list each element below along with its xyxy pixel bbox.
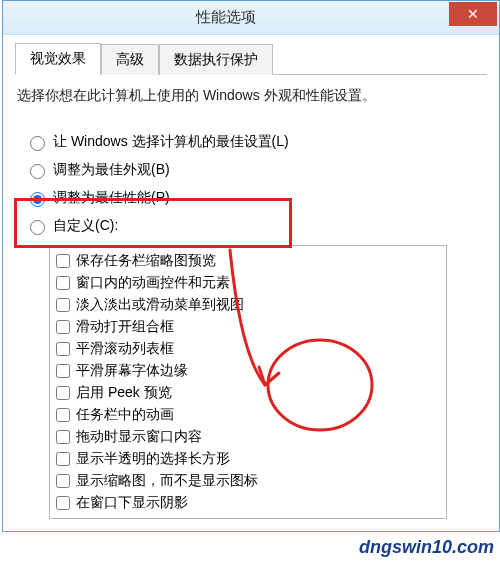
window-title: 性能选项 (3, 8, 449, 27)
checkbox[interactable] (56, 320, 70, 334)
titlebar: 性能选项 ✕ (3, 1, 499, 35)
checkbox[interactable] (56, 430, 70, 444)
check-label: 显示缩略图，而不是显示图标 (76, 472, 258, 490)
radio-label: 让 Windows 选择计算机的最佳设置(L) (53, 133, 289, 151)
list-item[interactable]: 拖动时显示窗口内容 (56, 426, 440, 448)
tab-strip: 视觉效果 高级 数据执行保护 (15, 43, 487, 75)
radio-best-appearance[interactable]: 调整为最佳外观(B) (25, 161, 487, 179)
checkbox[interactable] (56, 364, 70, 378)
radio-label: 调整为最佳性能(P) (53, 189, 170, 207)
watermark-text: dngswin10.com (359, 537, 494, 558)
checkbox[interactable] (56, 386, 70, 400)
list-item[interactable]: 淡入淡出或滑动菜单到视图 (56, 294, 440, 316)
check-label: 滑动打开组合框 (76, 318, 174, 336)
tab-dep[interactable]: 数据执行保护 (159, 44, 273, 75)
list-item[interactable]: 窗口内的动画控件和元素 (56, 272, 440, 294)
check-label: 平滑屏幕字体边缘 (76, 362, 188, 380)
check-label: 拖动时显示窗口内容 (76, 428, 202, 446)
check-label: 任务栏中的动画 (76, 406, 174, 424)
checkbox[interactable] (56, 408, 70, 422)
check-label: 保存任务栏缩略图预览 (76, 252, 216, 270)
performance-options-window: 性能选项 ✕ 视觉效果 高级 数据执行保护 选择你想在此计算机上使用的 Wind… (2, 0, 500, 532)
effects-listbox[interactable]: 保存任务栏缩略图预览 窗口内的动画控件和元素 淡入淡出或滑动菜单到视图 滑动打开… (49, 245, 447, 519)
radio-best-performance[interactable]: 调整为最佳性能(P) (25, 189, 487, 207)
check-label: 启用 Peek 预览 (76, 384, 172, 402)
list-item[interactable]: 平滑屏幕字体边缘 (56, 360, 440, 382)
radio-input-custom[interactable] (30, 220, 45, 235)
radio-input-let-windows[interactable] (30, 136, 45, 151)
checkbox[interactable] (56, 452, 70, 466)
radio-group: 让 Windows 选择计算机的最佳设置(L) 调整为最佳外观(B) 调整为最佳… (25, 133, 487, 519)
check-label: 淡入淡出或滑动菜单到视图 (76, 296, 244, 314)
check-label: 在窗口下显示阴影 (76, 494, 188, 512)
radio-let-windows-choose[interactable]: 让 Windows 选择计算机的最佳设置(L) (25, 133, 487, 151)
checkbox[interactable] (56, 298, 70, 312)
tab-advanced[interactable]: 高级 (101, 44, 159, 75)
radio-label: 调整为最佳外观(B) (53, 161, 170, 179)
checkbox[interactable] (56, 474, 70, 488)
list-item[interactable]: 启用 Peek 预览 (56, 382, 440, 404)
description-text: 选择你想在此计算机上使用的 Windows 外观和性能设置。 (17, 87, 485, 105)
checkbox[interactable] (56, 342, 70, 356)
list-item[interactable]: 滑动打开组合框 (56, 316, 440, 338)
radio-input-best-appearance[interactable] (30, 164, 45, 179)
checkbox[interactable] (56, 276, 70, 290)
list-item[interactable]: 任务栏中的动画 (56, 404, 440, 426)
list-item[interactable]: 显示半透明的选择长方形 (56, 448, 440, 470)
list-item[interactable]: 显示缩略图，而不是显示图标 (56, 470, 440, 492)
list-item[interactable]: 保存任务栏缩略图预览 (56, 250, 440, 272)
list-item[interactable]: 平滑滚动列表框 (56, 338, 440, 360)
list-item[interactable]: 在窗口下显示阴影 (56, 492, 440, 514)
checkbox[interactable] (56, 496, 70, 510)
radio-custom[interactable]: 自定义(C): (25, 217, 487, 235)
radio-input-best-performance[interactable] (30, 192, 45, 207)
close-button[interactable]: ✕ (449, 2, 497, 26)
radio-label: 自定义(C): (53, 217, 118, 235)
check-label: 窗口内的动画控件和元素 (76, 274, 230, 292)
close-icon: ✕ (467, 7, 479, 21)
client-area: 视觉效果 高级 数据执行保护 选择你想在此计算机上使用的 Windows 外观和… (3, 35, 499, 531)
check-label: 平滑滚动列表框 (76, 340, 174, 358)
check-label: 显示半透明的选择长方形 (76, 450, 230, 468)
checkbox[interactable] (56, 254, 70, 268)
tab-visual-effects[interactable]: 视觉效果 (15, 43, 101, 75)
